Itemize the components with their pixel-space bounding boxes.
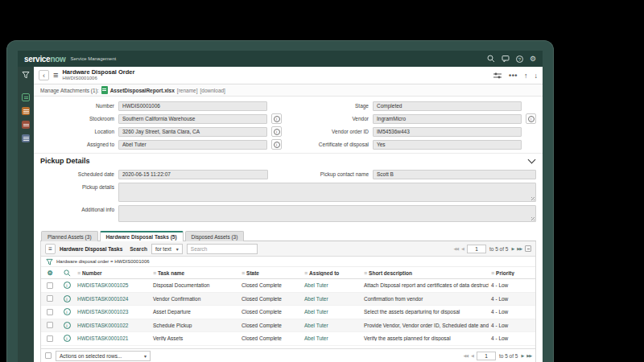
page-number-input[interactable]: 1 <box>477 352 496 360</box>
stockroom-input[interactable]: Southern California Warehouse <box>118 114 267 124</box>
row-info-icon[interactable]: i <box>64 335 71 342</box>
last-page-icon[interactable]: ▶▶ <box>517 246 522 251</box>
chevron-down-icon[interactable] <box>528 156 536 164</box>
task-number-link[interactable]: HWDISTASK0001025 <box>77 282 128 288</box>
rail-app-home-icon[interactable] <box>22 93 30 101</box>
record-header: ‹ ≡ Hardware Disposal Order HWDIS0001006… <box>34 67 543 84</box>
attachment-rename-link[interactable]: [rename] <box>177 88 198 93</box>
column-header-state[interactable]: ≡State <box>239 270 302 276</box>
select-all-checkbox[interactable] <box>45 352 52 359</box>
location-info-icon[interactable]: i <box>271 126 282 137</box>
field-label: Pickup details <box>40 184 114 190</box>
assigned-to-link[interactable]: Abel Tuter <box>304 296 328 302</box>
location-input[interactable]: 3260 Jay Street, Santa Clara, CA <box>118 127 267 137</box>
filter-breadcrumb[interactable]: Hardware disposal order = HWDIS0001006 <box>56 259 150 264</box>
scroll-down-icon[interactable]: ↓ <box>535 72 539 80</box>
next-page-icon[interactable]: ▶ <box>521 353 523 358</box>
priority-cell: 4 - Low <box>489 282 535 288</box>
list-menu-icon[interactable]: ≡ <box>45 244 56 254</box>
search-icon[interactable] <box>487 55 495 63</box>
assigned-to-input[interactable]: Abel Tuter <box>118 140 267 150</box>
attachment-filename-link[interactable]: AssetDisposalReport.xlsx <box>110 88 175 93</box>
prev-page-icon[interactable]: ◀ <box>471 353 473 358</box>
column-menu-icon[interactable]: ≡ <box>364 270 367 276</box>
row-checkbox[interactable] <box>47 335 53 342</box>
column-search-icon[interactable] <box>64 269 71 277</box>
task-number-link[interactable]: HWDISTASK0001024 <box>77 296 128 302</box>
column-menu-icon[interactable]: ≡ <box>242 270 245 276</box>
first-page-icon[interactable]: ◀◀ <box>463 353 468 358</box>
gear-icon[interactable]: ⚙ <box>530 56 536 63</box>
pickup-section-header[interactable]: Pickup Details <box>34 153 543 167</box>
pickup-details-textarea[interactable] <box>118 183 536 202</box>
first-page-icon[interactable]: ◀◀ <box>453 246 458 251</box>
row-checkbox[interactable] <box>47 322 53 328</box>
prev-page-icon[interactable]: ◀ <box>461 246 464 251</box>
stockroom-info-icon[interactable]: i <box>271 113 282 124</box>
additional-info-textarea[interactable] <box>118 205 536 222</box>
row-info-icon[interactable]: i <box>64 322 71 329</box>
rail-app-box-icon[interactable] <box>22 121 30 129</box>
certificate-input[interactable]: Yes <box>373 140 522 150</box>
last-page-icon[interactable]: ▶▶ <box>526 353 531 358</box>
column-menu-icon[interactable]: ≡ <box>304 270 308 276</box>
task-number-link[interactable]: HWDISTASK0001022 <box>77 323 128 328</box>
task-number-link[interactable]: HWDISTASK0001021 <box>77 335 128 341</box>
row-info-icon[interactable]: i <box>64 308 71 315</box>
column-menu-icon[interactable]: ≡ <box>153 270 156 276</box>
attachment-download-link[interactable]: [download] <box>200 88 225 93</box>
page-number-input[interactable]: 1 <box>467 245 486 253</box>
assigned-to-link[interactable]: Abel Tuter <box>304 335 328 341</box>
column-header-task-name[interactable]: ≡Task name <box>151 270 239 276</box>
assigned-to-link[interactable]: Abel Tuter <box>304 309 328 315</box>
table-row: i HWDISTASK0001023 Asset Departure Close… <box>41 306 535 319</box>
column-header-priority[interactable]: ≡Priority <box>489 270 535 276</box>
number-input[interactable]: HWDIS0001006 <box>118 101 267 111</box>
row-checkbox[interactable] <box>47 295 53 302</box>
tab-planned-assets[interactable]: Planned Assets (3) <box>41 231 98 241</box>
row-info-icon[interactable]: i <box>64 295 71 302</box>
filter-funnel-icon[interactable] <box>46 258 53 265</box>
help-icon[interactable]: ? <box>516 56 523 63</box>
task-number-link[interactable]: HWDISTASK0001023 <box>77 309 128 315</box>
banner-icons: ? ⚙ <box>487 55 536 63</box>
stage-input[interactable]: Completed <box>373 101 522 111</box>
table-row: i HWDISTASK0001024 Vendor Confirmation C… <box>41 293 535 306</box>
assigned-to-link[interactable]: Abel Tuter <box>304 282 328 288</box>
row-checkbox[interactable] <box>47 309 53 315</box>
next-page-icon[interactable]: ▶ <box>511 246 514 251</box>
more-options-icon[interactable]: ••• <box>509 72 518 80</box>
vendor-input[interactable]: IngramMicro <box>373 114 522 124</box>
context-menu-icon[interactable]: ≡ <box>53 71 58 80</box>
vendor-info-icon[interactable]: i <box>526 113 536 124</box>
tab-disposed-assets[interactable]: Disposed Assets (3) <box>185 231 245 241</box>
tab-hardware-disposal-tasks[interactable]: Hardware Disposal Tasks (5) <box>100 231 184 241</box>
column-menu-icon[interactable]: ≡ <box>77 270 80 276</box>
list-search-input[interactable] <box>187 244 258 254</box>
assigned-to-link[interactable]: Abel Tuter <box>304 323 328 328</box>
column-header-assigned-to[interactable]: ≡Assigned to <box>302 270 361 276</box>
rail-app-list-icon[interactable] <box>22 107 30 115</box>
field-location: Location 3260 Jay Street, Santa Clara, C… <box>40 126 282 137</box>
vendor-order-id-input[interactable]: IM54536w443 <box>373 127 522 137</box>
filter-funnel-icon[interactable] <box>22 71 30 79</box>
left-rail <box>18 67 34 362</box>
column-header-number[interactable]: ≡Number <box>75 270 151 276</box>
attachments-label[interactable]: Manage Attachments (1): <box>40 88 99 93</box>
rail-app-catalog-icon[interactable] <box>22 134 30 142</box>
list-personalize-gear-icon[interactable]: ⚙ <box>47 269 52 277</box>
assigned-to-info-icon[interactable]: i <box>271 139 282 150</box>
scroll-up-icon[interactable]: ↑ <box>524 72 528 80</box>
search-type-select[interactable]: for text ▾ <box>151 244 183 254</box>
column-menu-icon[interactable]: ≡ <box>491 270 494 276</box>
row-info-icon[interactable]: i <box>64 282 71 289</box>
pickup-contact-input[interactable]: Scott B <box>373 170 536 179</box>
scheduled-date-input[interactable]: 2020-06-15 11:22:07 <box>118 170 268 179</box>
personalize-icon[interactable] <box>493 72 502 80</box>
minimize-list-icon[interactable] <box>525 245 531 252</box>
actions-select[interactable]: Actions on selected rows... ▾ <box>56 351 151 361</box>
chat-icon[interactable] <box>502 55 510 63</box>
column-header-short-description[interactable]: ≡Short description <box>361 270 489 276</box>
row-checkbox[interactable] <box>47 282 53 289</box>
back-button[interactable]: ‹ <box>39 70 49 80</box>
